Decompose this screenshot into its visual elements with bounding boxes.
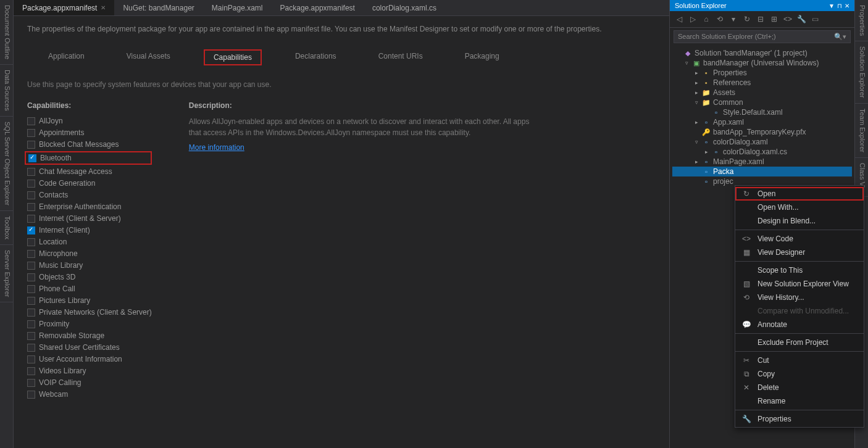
capability-checkbox[interactable] — [27, 226, 35, 234]
capability-item[interactable]: Blocked Chat Messages — [27, 139, 152, 149]
capability-item[interactable]: Code Generation — [27, 178, 152, 188]
rail-tab[interactable]: Properties — [855, 0, 868, 41]
context-menu-item[interactable]: Exclude From Project — [735, 336, 864, 349]
context-menu-item[interactable]: Open With... — [735, 201, 864, 214]
sync-icon[interactable]: ⟲ — [714, 14, 725, 25]
document-tab[interactable]: MainPage.xaml — [203, 0, 272, 15]
home-icon[interactable]: ⌂ — [701, 14, 712, 25]
context-menu-item[interactable]: ✕Delete — [735, 381, 864, 394]
capability-checkbox[interactable] — [27, 250, 35, 258]
manifest-tab[interactable]: Capabilities — [204, 49, 262, 65]
capability-item[interactable]: Contacts — [27, 190, 152, 200]
rail-tab[interactable]: Data Sources — [0, 65, 13, 117]
capability-checkbox[interactable] — [27, 379, 35, 387]
document-tab[interactable]: colorDialog.xaml.cs — [364, 0, 445, 15]
capability-checkbox[interactable] — [27, 355, 35, 363]
expand-icon[interactable]: ▸ — [693, 159, 699, 165]
capability-item[interactable]: Pictures Library — [27, 296, 152, 305]
tree-node[interactable]: ▿▣bandManager (Universal Windows) — [672, 58, 852, 68]
manifest-tab[interactable]: Application — [40, 49, 93, 65]
collapse-icon[interactable]: ⊟ — [755, 14, 766, 25]
context-menu-item[interactable]: ▧New Solution Explorer View — [735, 277, 864, 291]
properties-icon[interactable]: 🔧 — [796, 14, 807, 25]
pin-icon[interactable]: ▼ — [828, 2, 835, 9]
solution-explorer-title-bar[interactable]: Solution Explorer ▼ ⊓ ✕ — [670, 0, 854, 11]
capability-item[interactable]: AllJoyn — [27, 116, 152, 126]
capability-item[interactable]: Internet (Client & Server) — [27, 214, 152, 223]
capability-checkbox[interactable] — [27, 141, 35, 149]
capability-item[interactable]: User Account Information — [27, 354, 152, 364]
expand-icon[interactable]: ▿ — [693, 139, 699, 145]
capability-checkbox[interactable] — [27, 168, 35, 176]
refresh-icon[interactable]: ↻ — [741, 14, 753, 25]
document-tab[interactable]: Package.appxmanifest — [272, 0, 364, 15]
dropdown-icon[interactable]: ▾ — [728, 14, 739, 25]
manifest-tab[interactable]: Packaging — [456, 49, 508, 65]
context-menu-item[interactable]: ⧉Copy — [735, 367, 864, 381]
context-menu-item[interactable]: ↻Open — [735, 187, 864, 201]
capability-item[interactable]: Chat Message Access — [27, 167, 152, 176]
back-icon[interactable]: ◁ — [674, 14, 685, 25]
show-all-icon[interactable]: ⊞ — [769, 14, 780, 25]
expand-icon[interactable]: ▿ — [683, 60, 690, 66]
capability-checkbox[interactable] — [27, 215, 35, 223]
capability-checkbox[interactable] — [27, 285, 35, 293]
capability-item[interactable]: Webcam — [27, 389, 152, 399]
capability-checkbox[interactable] — [27, 320, 35, 328]
forward-icon[interactable]: ▷ — [687, 14, 698, 25]
capability-item[interactable]: Videos Library — [27, 366, 152, 376]
capability-checkbox[interactable] — [27, 117, 35, 125]
context-menu-item[interactable]: ▦View Designer — [735, 246, 864, 259]
capability-checkbox[interactable] — [27, 297, 35, 305]
tree-node[interactable]: ▫Style.Default.xaml — [672, 107, 852, 117]
capability-item[interactable]: Shared User Certificates — [27, 342, 152, 352]
context-menu-item[interactable]: 💬Annotate — [735, 318, 864, 331]
expand-icon[interactable]: ▸ — [693, 89, 699, 96]
search-icon[interactable]: 🔍▾ — [834, 33, 846, 41]
rail-tab[interactable]: SQL Server Object Explorer — [0, 117, 13, 211]
capability-checkbox[interactable] — [27, 309, 35, 317]
expand-icon[interactable]: ▿ — [693, 99, 699, 106]
capability-checkbox[interactable] — [27, 262, 35, 270]
preview-icon[interactable]: ▭ — [809, 14, 820, 25]
pin-icon[interactable]: ⊓ — [837, 2, 842, 9]
manifest-tab[interactable]: Content URIs — [370, 49, 432, 65]
tree-node[interactable]: ▿▫colorDialog.xaml — [672, 137, 852, 147]
capability-item[interactable]: Music Library — [27, 260, 152, 270]
tree-node[interactable]: ▸▫App.xaml — [672, 117, 852, 127]
close-icon[interactable]: ✕ — [845, 2, 849, 9]
context-menu-item[interactable]: 🔧Properties — [735, 412, 864, 426]
capability-item[interactable]: VOIP Calling — [27, 378, 152, 388]
context-menu-item[interactable]: ⟲View History... — [735, 291, 864, 304]
tree-node[interactable]: ▸▫colorDialog.xaml.cs — [672, 147, 852, 157]
capability-item[interactable]: Phone Call — [27, 284, 152, 294]
tree-node[interactable]: ▸▫MainPage.xaml — [672, 157, 852, 167]
capability-item[interactable]: Bluetooth — [25, 151, 152, 165]
capability-item[interactable]: Internet (Client) — [27, 225, 152, 235]
document-tab[interactable]: NuGet: bandManager — [114, 0, 202, 15]
expand-icon[interactable]: ▸ — [693, 80, 699, 86]
capability-item[interactable]: Microphone — [27, 249, 152, 259]
capability-checkbox[interactable] — [27, 391, 35, 399]
more-information-link[interactable]: More information — [189, 143, 244, 152]
capability-checkbox[interactable] — [27, 273, 35, 281]
capability-item[interactable]: Removable Storage — [27, 331, 152, 341]
rail-tab[interactable]: Document Outline — [0, 0, 13, 65]
capability-checkbox[interactable] — [27, 238, 35, 246]
capability-item[interactable]: Private Networks (Client & Server) — [27, 307, 152, 317]
capability-checkbox[interactable] — [27, 203, 35, 211]
close-icon[interactable]: ✕ — [101, 4, 106, 11]
capability-checkbox[interactable] — [27, 129, 35, 137]
expand-icon[interactable]: ▸ — [693, 119, 699, 125]
tree-node[interactable]: ▿📁Common — [672, 97, 852, 107]
context-menu-item[interactable]: Scope to This — [735, 263, 864, 277]
tree-node[interactable]: ▫Packa — [672, 167, 852, 176]
manifest-tab[interactable]: Visual Assets — [118, 49, 179, 65]
capability-checkbox[interactable] — [27, 191, 35, 199]
solution-explorer-search[interactable]: Search Solution Explorer (Ctrl+;) 🔍▾ — [674, 30, 851, 43]
context-menu-item[interactable]: Rename — [735, 394, 864, 408]
capability-checkbox[interactable] — [27, 367, 35, 375]
expand-icon[interactable]: ▸ — [703, 149, 709, 155]
tree-node[interactable]: ◆Solution 'bandManager' (1 project) — [672, 48, 852, 58]
rail-tab[interactable]: Solution Explorer — [855, 41, 868, 104]
